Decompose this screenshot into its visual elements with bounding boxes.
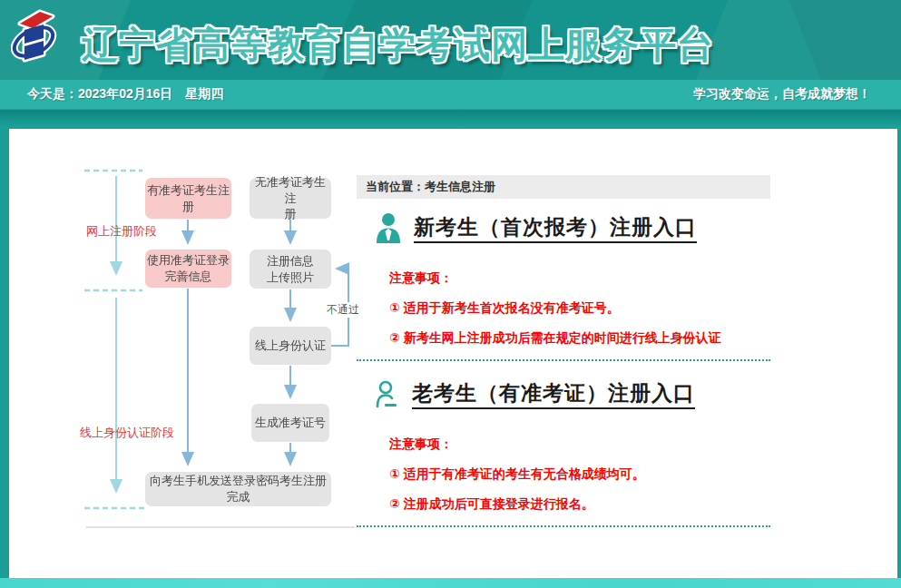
old-candidate-register-link[interactable]: 老考生（有准考证）注册入口 <box>357 379 770 412</box>
page: 辽宁省高等教育自学考试网上服务平台 今天是：2023年02月16日 星期四 学习… <box>0 0 901 588</box>
flow-label-not-passed: 不通过 <box>325 302 361 318</box>
user-outline-icon <box>375 379 400 412</box>
current-date: 今天是：2023年02月16日 星期四 <box>27 86 223 103</box>
entry-title[interactable]: 老考生（有准考证）注册入口 <box>412 382 695 409</box>
entry-new-candidate: 新考生（首次报考）注册入口 注意事项： ① 适用于新考生首次报名没有准考证号。 … <box>357 213 770 361</box>
flowchart-bottom-divider <box>86 526 355 528</box>
new-candidate-register-link[interactable]: 新考生（首次报考）注册入口 <box>357 213 770 246</box>
site-logo-icon <box>11 8 58 66</box>
flow-node-login-complete-info: 使用准考证登录 完善信息 <box>145 250 231 288</box>
site-header: 辽宁省高等教育自学考试网上服务平台 <box>0 0 901 80</box>
flow-node-with-ticket-register: 有准考证考生注 册 <box>145 178 231 219</box>
note-item: ② 注册成功后可直接登录进行报名。 <box>389 495 770 513</box>
slogan: 学习改变命运，自考成就梦想！ <box>693 86 871 103</box>
registration-flowchart: 网上注册阶段 线上身份认证阶段 有准考证考生注 册 使用准考证登录 完善信息 无… <box>9 129 370 578</box>
note-item: ① 适用于有准考证的考生有无合格成绩均可。 <box>389 466 770 483</box>
stage-label-online-registration: 网上注册阶段 <box>86 223 157 240</box>
bottom-strip <box>0 578 901 588</box>
entry-title[interactable]: 新考生（首次报考）注册入口 <box>414 216 697 243</box>
date-bar: 今天是：2023年02月16日 星期四 学习改变命运，自考成就梦想！ <box>0 80 901 110</box>
section-divider <box>357 359 770 361</box>
site-title: 辽宁省高等教育自学考试网上服务平台 <box>82 20 714 70</box>
breadcrumb: 当前位置：考生信息注册 <box>357 175 770 199</box>
section-divider <box>357 525 770 527</box>
flow-node-online-identity-auth: 线上身份认证 <box>250 327 331 365</box>
main-panel: 网上注册阶段 线上身份认证阶段 有准考证考生注 册 使用准考证登录 完善信息 无… <box>9 129 897 578</box>
entry-old-candidate: 老考生（有准考证）注册入口 注意事项： ① 适用于有准考证的考生有无合格成绩均可… <box>357 379 770 527</box>
notes-title: 注意事项： <box>389 436 770 453</box>
flow-node-generate-ticket-no: 生成准考证号 <box>251 404 329 442</box>
note-item: ② 新考生网上注册成功后需在规定的时间进行线上身份认证 <box>389 329 770 347</box>
flow-node-final-step: 向考生手机发送登录密码考生注册完成 <box>145 472 331 506</box>
user-solid-icon <box>375 212 402 247</box>
notes-title: 注意事项： <box>389 270 770 287</box>
stage-label-identity-auth: 线上身份认证阶段 <box>80 425 174 441</box>
info-column: 当前位置：考生信息注册 新考生（首次报考）注册入口 注意事项： ① 适用于新考生… <box>357 175 770 545</box>
header-sub-strip <box>0 110 901 129</box>
note-item: ① 适用于新考生首次报名没有准考证号。 <box>389 299 770 317</box>
flow-node-register-upload-photo: 注册信息 上传照片 <box>250 250 331 289</box>
flow-node-without-ticket-register: 无准考证考生注 册 <box>250 178 331 219</box>
